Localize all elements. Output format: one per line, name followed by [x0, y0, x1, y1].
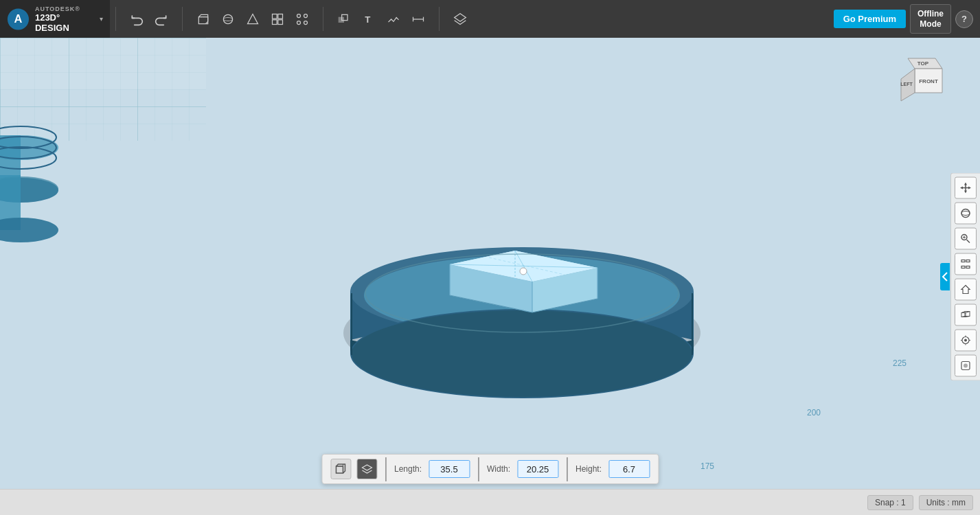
svg-point-42 — [520, 268, 527, 275]
svg-text:T: T — [365, 14, 370, 25]
svg-marker-6 — [248, 14, 258, 23]
undo-redo-group — [122, 8, 176, 30]
combine-button[interactable] — [333, 8, 355, 30]
height-input[interactable] — [608, 460, 650, 478]
viewport[interactable]: 225 200 175 TOP FRONT LEFT — [0, 38, 980, 515]
view-cube[interactable]: TOP FRONT LEFT — [894, 52, 942, 100]
svg-point-12 — [304, 14, 308, 17]
svg-point-14 — [304, 21, 308, 24]
toolbar-separator-2 — [182, 7, 183, 31]
sketch-button[interactable] — [383, 8, 404, 30]
dim-separator-3 — [567, 457, 567, 481]
material-button[interactable] — [955, 354, 977, 376]
layers-button[interactable] — [449, 8, 471, 30]
logo-text: AUTODESK® 123D° DESIGN — [35, 5, 91, 33]
svg-marker-64 — [968, 186, 971, 189]
units-status[interactable]: Units : mm — [919, 495, 973, 510]
svg-text:175: 175 — [700, 461, 714, 471]
svg-text:FRONT: FRONT — [919, 78, 938, 84]
svg-rect-9 — [273, 19, 277, 24]
snap-status[interactable]: Snap : 1 — [867, 495, 913, 510]
svg-point-38 — [352, 310, 692, 397]
length-input[interactable] — [429, 460, 470, 478]
construct-button[interactable] — [242, 8, 264, 30]
svg-rect-15 — [339, 16, 344, 22]
measure-button[interactable] — [407, 8, 429, 30]
redo-button[interactable] — [150, 8, 172, 30]
svg-rect-10 — [278, 19, 283, 24]
autodesk-logo-icon: A — [7, 7, 30, 32]
tools-group-3 — [445, 8, 475, 30]
dim-separator — [385, 457, 386, 481]
layers-icon-button[interactable] — [356, 459, 377, 479]
perspective-button[interactable] — [955, 304, 977, 325]
svg-rect-74 — [966, 266, 970, 268]
text-button[interactable]: T — [358, 8, 380, 30]
primitives-button[interactable] — [217, 8, 239, 30]
svg-marker-75 — [961, 285, 970, 293]
toolbar-separator-1 — [115, 7, 116, 31]
svg-text:TOP: TOP — [918, 60, 929, 67]
logo-area: A AUTODESK® 123D° DESIGN ▾ — [0, 0, 110, 38]
svg-text:200: 200 — [807, 408, 821, 417]
svg-rect-90 — [336, 466, 343, 473]
svg-point-11 — [297, 14, 301, 17]
svg-point-66 — [961, 211, 970, 215]
offline-mode-button[interactable]: Offline Mode — [910, 4, 951, 34]
svg-marker-21 — [455, 13, 466, 21]
svg-text:LEFT: LEFT — [900, 82, 913, 87]
box-icon-button[interactable] — [330, 459, 351, 479]
orbit-button[interactable] — [955, 202, 977, 224]
length-label: Length: — [394, 464, 422, 474]
status-bar: Snap : 1 Units : mm — [0, 489, 980, 515]
modify-button[interactable] — [266, 8, 288, 30]
left-object — [0, 126, 58, 242]
logo-dropdown-icon[interactable]: ▾ — [100, 15, 103, 23]
svg-rect-7 — [273, 14, 277, 19]
tools-group-2: T — [329, 8, 433, 30]
svg-marker-62 — [964, 190, 967, 193]
toolbar: A AUTODESK® 123D° DESIGN ▾ — [0, 0, 980, 38]
svg-point-4 — [223, 14, 232, 23]
autodesk-label: AUTODESK® — [35, 5, 91, 12]
svg-rect-71 — [961, 260, 965, 262]
pan-button[interactable] — [955, 176, 977, 198]
help-button[interactable]: ? — [955, 10, 973, 28]
svg-rect-73 — [966, 260, 970, 262]
svg-rect-8 — [278, 14, 283, 19]
dim-separator-2 — [478, 457, 479, 481]
svg-marker-63 — [960, 186, 963, 189]
svg-rect-72 — [961, 266, 965, 268]
width-input[interactable] — [517, 460, 558, 478]
width-label: Width: — [487, 464, 510, 474]
svg-text:225: 225 — [893, 358, 907, 368]
svg-marker-61 — [964, 182, 967, 185]
zoom-button[interactable] — [955, 227, 977, 249]
view-controls-panel — [950, 172, 980, 380]
svg-point-89 — [964, 363, 968, 367]
height-label: Height: — [576, 464, 602, 474]
panel-collapse-tab[interactable] — [940, 263, 950, 290]
3d-scene: 225 200 175 — [0, 38, 980, 515]
svg-point-13 — [297, 21, 301, 24]
toolbar-separator-3 — [323, 7, 323, 31]
svg-line-68 — [967, 240, 970, 243]
pattern-button[interactable] — [291, 8, 313, 30]
svg-marker-93 — [362, 465, 372, 470]
tools-group-1 — [188, 8, 317, 30]
product-label: 123D° DESIGN — [35, 12, 91, 33]
toolbar-right: Go Premium Offline Mode ? — [834, 4, 980, 34]
svg-point-65 — [961, 209, 970, 217]
svg-text:A: A — [14, 12, 23, 25]
render-button[interactable] — [955, 329, 977, 351]
svg-point-83 — [964, 339, 967, 341]
svg-point-5 — [223, 17, 232, 21]
fit-all-button[interactable] — [955, 253, 977, 275]
go-premium-button[interactable]: Go Premium — [834, 10, 906, 28]
box-tool-button[interactable] — [192, 8, 214, 30]
toolbar-separator-4 — [439, 7, 440, 31]
undo-button[interactable] — [126, 8, 148, 30]
svg-point-30 — [0, 218, 58, 242]
home-view-button[interactable] — [955, 278, 977, 300]
dimension-panel: Length: Width: Height: — [321, 454, 659, 484]
